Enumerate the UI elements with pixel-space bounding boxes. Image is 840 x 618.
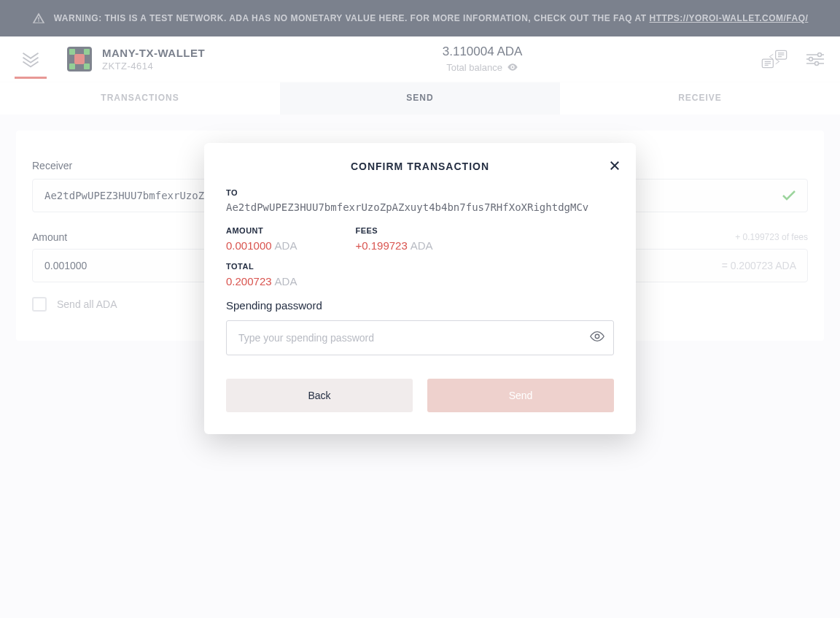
- modal-amount-value: 0.001000ADA: [226, 239, 297, 252]
- svg-point-5: [595, 334, 599, 339]
- spending-password-label: Spending password: [226, 299, 614, 312]
- modal-total-value: 0.200723ADA: [226, 275, 614, 287]
- modal-amount-label: AMOUNT: [226, 226, 297, 235]
- close-icon: [608, 159, 621, 172]
- modal-overlay: CONFIRM TRANSACTION TO Ae2tdPwUPEZ3HUU7b…: [0, 0, 840, 618]
- close-button[interactable]: [608, 159, 621, 175]
- to-label: TO: [226, 188, 614, 197]
- modal-fees-label: FEES: [355, 226, 432, 235]
- back-button[interactable]: Back: [226, 379, 413, 412]
- modal-title: CONFIRM TRANSACTION: [226, 161, 614, 172]
- toggle-password-visibility[interactable]: [589, 328, 605, 347]
- confirm-transaction-modal: CONFIRM TRANSACTION TO Ae2tdPwUPEZ3HUU7b…: [204, 143, 636, 434]
- spending-password-input[interactable]: [226, 320, 614, 355]
- eye-icon: [589, 328, 605, 344]
- to-address: Ae2tdPwUPEZ3HUU7bmfexrUzoZpAZxuyt4b4bn7f…: [226, 201, 614, 213]
- send-button[interactable]: Send: [427, 379, 614, 412]
- modal-total-label: TOTAL: [226, 262, 614, 271]
- modal-fees-value: +0.199723ADA: [355, 239, 432, 252]
